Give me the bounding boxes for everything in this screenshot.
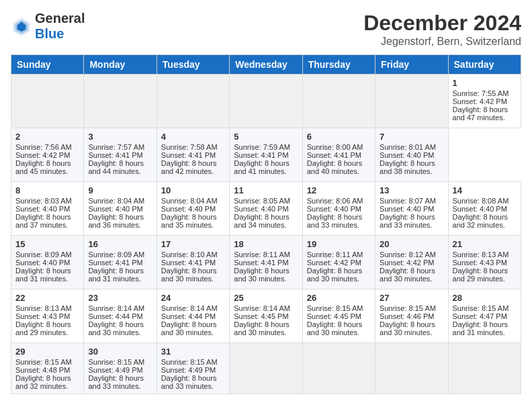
- calendar-cell: 22Sunrise: 8:13 AMSunset: 4:43 PMDayligh…: [11, 289, 84, 343]
- calendar-cell: 27Sunrise: 8:15 AMSunset: 4:46 PMDayligh…: [375, 289, 448, 343]
- daylight: Daylight: 8 hours and 30 minutes.: [234, 320, 290, 336]
- sunrise: Sunrise: 8:07 AM: [380, 197, 436, 205]
- sunset: Sunset: 4:42 PM: [307, 259, 361, 267]
- sunrise: Sunrise: 8:09 AM: [88, 250, 144, 259]
- calendar-cell: [230, 75, 302, 128]
- daylight: Daylight: 8 hours and 32 minutes.: [453, 213, 508, 229]
- sunset: Sunset: 4:49 PM: [88, 366, 142, 374]
- calendar-cell: 7Sunrise: 8:01 AMSunset: 4:40 PMDaylight…: [375, 128, 448, 182]
- daylight: Daylight: 8 hours and 34 minutes.: [234, 213, 290, 229]
- calendar-cell: 12Sunrise: 8:06 AMSunset: 4:40 PMDayligh…: [302, 182, 375, 236]
- sunrise: Sunrise: 8:13 AM: [453, 250, 509, 259]
- calendar-cell: 10Sunrise: 8:04 AMSunset: 4:40 PMDayligh…: [157, 182, 229, 236]
- daylight: Daylight: 8 hours and 31 minutes.: [88, 267, 144, 283]
- sunrise: Sunrise: 8:14 AM: [88, 304, 144, 312]
- sunset: Sunset: 4:41 PM: [161, 151, 216, 159]
- calendar-week-row: 22Sunrise: 8:13 AMSunset: 4:43 PMDayligh…: [11, 289, 521, 343]
- sunrise: Sunrise: 8:15 AM: [453, 304, 509, 312]
- sunset: Sunset: 4:40 PM: [307, 205, 361, 213]
- daylight: Daylight: 8 hours and 33 minutes.: [88, 374, 144, 390]
- month-title: December 2024: [363, 11, 521, 36]
- calendar-cell: 21Sunrise: 8:13 AMSunset: 4:43 PMDayligh…: [448, 236, 521, 289]
- sunset: Sunset: 4:43 PM: [15, 312, 70, 320]
- calendar-week-row: 8Sunrise: 8:03 AMSunset: 4:40 PMDaylight…: [11, 182, 521, 236]
- sunset: Sunset: 4:42 PM: [453, 97, 507, 105]
- calendar-cell: 1Sunrise: 7:55 AMSunset: 4:42 PMDaylight…: [448, 75, 521, 128]
- day-number: 31: [161, 347, 225, 357]
- calendar-week-row: 15Sunrise: 8:09 AMSunset: 4:40 PMDayligh…: [11, 236, 521, 289]
- daylight: Daylight: 8 hours and 30 minutes.: [161, 320, 217, 336]
- sunrise: Sunrise: 8:14 AM: [161, 304, 218, 312]
- calendar-cell: 28Sunrise: 8:15 AMSunset: 4:47 PMDayligh…: [448, 289, 521, 343]
- sunset: Sunset: 4:45 PM: [307, 312, 361, 320]
- sunset: Sunset: 4:44 PM: [88, 312, 142, 320]
- location-title: Jegenstorf, Bern, Switzerland: [363, 36, 521, 48]
- sunrise: Sunrise: 8:15 AM: [307, 304, 363, 312]
- day-number: 15: [15, 239, 79, 249]
- sunrise: Sunrise: 8:09 AM: [15, 250, 72, 259]
- day-number: 28: [453, 293, 517, 303]
- daylight: Daylight: 8 hours and 30 minutes.: [380, 267, 435, 283]
- day-number: 19: [307, 239, 371, 249]
- calendar-cell: 11Sunrise: 8:05 AMSunset: 4:40 PMDayligh…: [230, 182, 302, 236]
- day-number: 17: [161, 239, 225, 249]
- calendar-week-row: 29Sunrise: 8:15 AMSunset: 4:48 PMDayligh…: [11, 343, 521, 394]
- sunrise: Sunrise: 8:06 AM: [307, 197, 363, 205]
- sunset: Sunset: 4:40 PM: [234, 205, 288, 213]
- sunrise: Sunrise: 7:58 AM: [161, 143, 218, 151]
- calendar-cell: 14Sunrise: 8:08 AMSunset: 4:40 PMDayligh…: [448, 182, 521, 236]
- sunset: Sunset: 4:41 PM: [234, 259, 288, 267]
- sunrise: Sunrise: 8:12 AM: [380, 250, 436, 259]
- sunrise: Sunrise: 7:59 AM: [234, 143, 290, 151]
- calendar-cell: [157, 75, 229, 128]
- sunrise: Sunrise: 8:08 AM: [453, 197, 509, 205]
- sunset: Sunset: 4:49 PM: [161, 366, 216, 374]
- calendar-cell: 3Sunrise: 7:57 AMSunset: 4:41 PMDaylight…: [84, 128, 157, 182]
- day-number: 24: [161, 293, 225, 303]
- daylight: Daylight: 8 hours and 47 minutes.: [453, 105, 508, 122]
- sunrise: Sunrise: 8:15 AM: [88, 358, 144, 366]
- day-header-tuesday: Tuesday: [157, 55, 229, 75]
- calendar-cell: [11, 75, 84, 128]
- sunset: Sunset: 4:40 PM: [453, 205, 507, 213]
- daylight: Daylight: 8 hours and 41 minutes.: [234, 159, 290, 175]
- title-block: December 2024 Jegenstorf, Bern, Switzerl…: [363, 11, 521, 48]
- sunrise: Sunrise: 7:55 AM: [453, 89, 509, 97]
- sunrise: Sunrise: 8:15 AM: [380, 304, 436, 312]
- calendar-week-row: 2Sunrise: 7:56 AMSunset: 4:42 PMDaylight…: [11, 128, 521, 182]
- sunset: Sunset: 4:40 PM: [380, 205, 434, 213]
- calendar-cell: [375, 343, 448, 394]
- sunrise: Sunrise: 8:04 AM: [161, 197, 218, 205]
- day-number: 26: [307, 293, 371, 303]
- day-number: 23: [88, 293, 152, 303]
- daylight: Daylight: 8 hours and 30 minutes.: [88, 320, 144, 336]
- sunrise: Sunrise: 8:15 AM: [15, 358, 72, 366]
- sunset: Sunset: 4:40 PM: [380, 151, 434, 159]
- sunset: Sunset: 4:43 PM: [453, 259, 507, 267]
- day-header-saturday: Saturday: [448, 55, 521, 75]
- calendar-cell: 24Sunrise: 8:14 AMSunset: 4:44 PMDayligh…: [157, 289, 229, 343]
- daylight: Daylight: 8 hours and 30 minutes.: [380, 320, 435, 336]
- day-number: 3: [88, 132, 152, 142]
- day-header-friday: Friday: [375, 55, 448, 75]
- page-header: General Blue December 2024 Jegenstorf, B…: [11, 11, 521, 48]
- sunset: Sunset: 4:46 PM: [380, 312, 434, 320]
- sunset: Sunset: 4:40 PM: [15, 205, 70, 213]
- calendar-header-row: SundayMondayTuesdayWednesdayThursdayFrid…: [11, 55, 521, 75]
- day-number: 4: [161, 132, 225, 142]
- sunset: Sunset: 4:41 PM: [161, 259, 216, 267]
- calendar-cell: [230, 343, 302, 394]
- sunrise: Sunrise: 8:04 AM: [88, 197, 144, 205]
- logo-general: General: [35, 11, 85, 26]
- logo-blue: Blue: [35, 26, 64, 41]
- day-number: 13: [380, 185, 443, 195]
- daylight: Daylight: 8 hours and 30 minutes.: [307, 320, 363, 336]
- calendar-cell: 29Sunrise: 8:15 AMSunset: 4:48 PMDayligh…: [11, 343, 84, 394]
- day-number: 12: [307, 185, 371, 195]
- calendar-week-row: 1Sunrise: 7:55 AMSunset: 4:42 PMDaylight…: [11, 75, 521, 128]
- daylight: Daylight: 8 hours and 42 minutes.: [161, 159, 217, 175]
- calendar: SundayMondayTuesdayWednesdayThursdayFrid…: [11, 54, 521, 394]
- calendar-cell: 19Sunrise: 8:11 AMSunset: 4:42 PMDayligh…: [302, 236, 375, 289]
- daylight: Daylight: 8 hours and 44 minutes.: [88, 159, 144, 175]
- daylight: Daylight: 8 hours and 33 minutes.: [161, 374, 217, 390]
